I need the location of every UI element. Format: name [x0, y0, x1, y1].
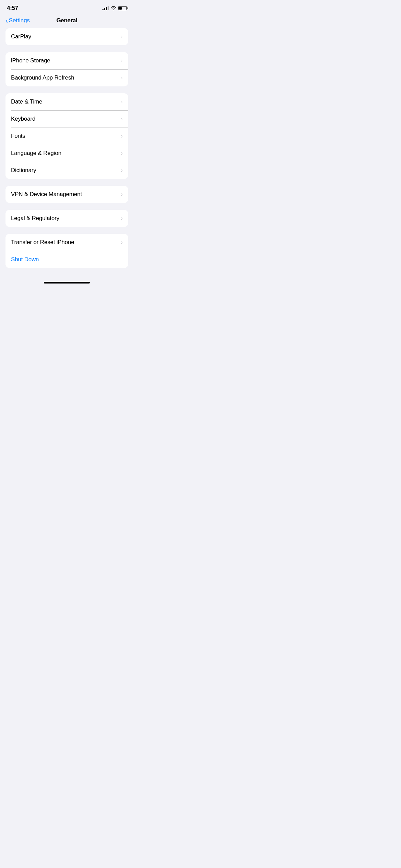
carplay-label: CarPlay [11, 33, 31, 40]
iphone-storage-row[interactable]: iPhone Storage › [5, 52, 128, 69]
status-time: 4:57 [7, 5, 18, 12]
date-time-chevron-icon: › [121, 99, 123, 105]
vpn-device-label: VPN & Device Management [11, 191, 82, 198]
carplay-row[interactable]: CarPlay › [5, 28, 128, 45]
reset-group: Transfer or Reset iPhone › Shut Down [5, 234, 128, 268]
battery-icon [118, 6, 127, 10]
carplay-chevron-icon: › [121, 34, 123, 40]
page-title: General [56, 17, 77, 24]
carplay-group: CarPlay › [5, 28, 128, 45]
legal-regulatory-label: Legal & Regulatory [11, 215, 59, 222]
transfer-reset-label: Transfer or Reset iPhone [11, 239, 74, 246]
fonts-chevron-icon: › [121, 133, 123, 139]
back-button[interactable]: ‹ Settings [5, 17, 30, 24]
back-chevron-icon: ‹ [5, 17, 8, 24]
storage-group: iPhone Storage › Background App Refresh … [5, 52, 128, 86]
dictionary-row[interactable]: Dictionary › [5, 162, 128, 179]
wifi-icon [111, 6, 116, 10]
nav-bar: ‹ Settings General [0, 14, 134, 28]
battery-fill [119, 7, 122, 10]
fonts-row[interactable]: Fonts › [5, 128, 128, 145]
background-app-refresh-chevron-icon: › [121, 75, 123, 81]
keyboard-row[interactable]: Keyboard › [5, 110, 128, 128]
home-indicator [0, 275, 134, 286]
date-time-row[interactable]: Date & Time › [5, 93, 128, 110]
legal-regulatory-row[interactable]: Legal & Regulatory › [5, 210, 128, 227]
language-region-label: Language & Region [11, 150, 61, 157]
home-bar [44, 282, 90, 284]
iphone-storage-label: iPhone Storage [11, 57, 50, 64]
back-label: Settings [9, 17, 30, 24]
fonts-label: Fonts [11, 133, 25, 140]
keyboard-chevron-icon: › [121, 116, 123, 122]
dictionary-label: Dictionary [11, 167, 36, 174]
transfer-reset-row[interactable]: Transfer or Reset iPhone › [5, 234, 128, 251]
background-app-refresh-label: Background App Refresh [11, 74, 74, 81]
shut-down-row[interactable]: Shut Down [5, 251, 128, 268]
locale-group: Date & Time › Keyboard › Fonts › Languag… [5, 93, 128, 179]
date-time-label: Date & Time [11, 98, 42, 105]
language-region-chevron-icon: › [121, 150, 123, 156]
settings-content: CarPlay › iPhone Storage › Background Ap… [0, 28, 134, 268]
dictionary-chevron-icon: › [121, 167, 123, 173]
signal-icon [102, 6, 109, 10]
iphone-storage-chevron-icon: › [121, 58, 123, 64]
legal-regulatory-chevron-icon: › [121, 215, 123, 221]
language-region-row[interactable]: Language & Region › [5, 145, 128, 162]
status-bar: 4:57 [0, 0, 134, 14]
shut-down-label: Shut Down [11, 256, 39, 263]
keyboard-label: Keyboard [11, 116, 35, 122]
legal-group: Legal & Regulatory › [5, 210, 128, 227]
transfer-reset-chevron-icon: › [121, 239, 123, 245]
vpn-device-row[interactable]: VPN & Device Management › [5, 186, 128, 203]
status-icons [102, 6, 127, 10]
vpn-device-chevron-icon: › [121, 191, 123, 197]
background-app-refresh-row[interactable]: Background App Refresh › [5, 69, 128, 86]
vpn-group: VPN & Device Management › [5, 186, 128, 203]
